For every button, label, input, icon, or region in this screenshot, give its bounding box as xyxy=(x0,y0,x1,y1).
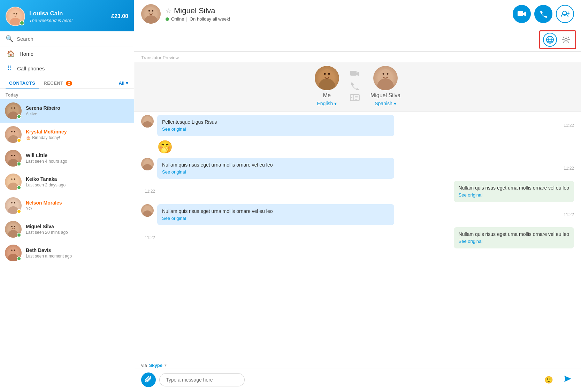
contact-info-nelson: Nelson Morales YO xyxy=(26,200,129,211)
svg-point-7 xyxy=(11,107,13,109)
search-input[interactable] xyxy=(17,36,128,42)
contact-name-serena: Serena Ribeiro xyxy=(26,105,129,111)
msg-avatar-1 xyxy=(141,115,154,128)
search-icon: 🔍 xyxy=(6,35,13,43)
svg-point-48 xyxy=(319,78,335,90)
chat-input-row: 🙂 xyxy=(134,369,581,392)
svg-rect-51 xyxy=(350,71,357,76)
msg-text-3: Nullam quis risus eget urna mollis ornar… xyxy=(162,161,389,169)
message-row-4: Nullam quis risus eget urna mollis ornar… xyxy=(141,181,574,202)
svg-point-61 xyxy=(143,164,152,170)
tabs-row: CONTACTS RECENT 2 All ▾ xyxy=(0,76,134,89)
contact-sub-miguel: Last seen 20 mins ago xyxy=(26,230,129,235)
see-original-3[interactable]: See original xyxy=(162,169,389,176)
contact-status-krystal xyxy=(17,138,21,143)
svg-point-63 xyxy=(143,210,152,217)
message-row-6: Nullam quis risus eget urna mollis ornar… xyxy=(141,227,574,248)
recent-badge: 2 xyxy=(66,81,72,86)
settings-button[interactable] xyxy=(560,33,572,46)
msg-bubble-6: Nullam quis risus eget urna mollis ornar… xyxy=(454,227,574,248)
skype-brand[interactable]: Skype xyxy=(149,363,162,368)
see-original-1[interactable]: See original xyxy=(162,126,389,133)
contact-item-krystal[interactable]: Krystal McKinney 🎂 Birthday today! xyxy=(0,123,134,146)
attach-button[interactable] xyxy=(141,372,156,387)
contact-name-will: Will Little xyxy=(26,153,129,158)
svg-point-5 xyxy=(10,105,17,112)
msg-bubble-3: Nullam quis risus eget urna mollis ornar… xyxy=(157,158,394,179)
message-input[interactable] xyxy=(159,373,245,386)
video-call-button[interactable] xyxy=(513,5,531,23)
contact-item-will[interactable]: Will Little Last seen 4 hours ago xyxy=(0,146,134,170)
msg-text-5: Nullam quis risus eget urna mollis ornar… xyxy=(162,208,389,215)
contact-language-select[interactable]: Spanish ▾ xyxy=(375,101,396,106)
contact-item-serena[interactable]: Serena Ribeiro Active xyxy=(0,99,134,123)
contact-status-beth xyxy=(17,256,21,261)
search-bar: 🔍 xyxy=(0,31,134,46)
translator-contact-avatar xyxy=(373,66,398,90)
contact-status-keiko xyxy=(17,185,21,190)
profile-area: Louisa Cain The weekend is here! xyxy=(6,7,72,26)
svg-point-23 xyxy=(11,202,13,203)
contact-avatar-nelson xyxy=(5,197,22,214)
chat-header-status: Online | On holiday all week! xyxy=(166,16,513,22)
contact-item-miguel[interactable]: Miguel Silva Last seen 20 mins ago xyxy=(0,217,134,241)
see-original-6[interactable]: See original xyxy=(459,238,569,245)
svg-point-17 xyxy=(10,176,17,183)
msg-avatar-5 xyxy=(141,204,154,217)
send-button[interactable] xyxy=(561,373,574,387)
msg-time-6: 11:22 xyxy=(141,235,155,240)
section-today-label: Today xyxy=(0,89,134,99)
chat-header: ☆ Miguel Silva Online | On holiday all w… xyxy=(134,0,581,28)
translator-icon-button[interactable] xyxy=(543,33,557,47)
contact-status-serena xyxy=(17,114,21,119)
contact-item-beth[interactable]: Beth Davis Last seen a moment ago xyxy=(0,241,134,265)
me-language-select[interactable]: English ▾ xyxy=(317,101,337,106)
svg-rect-37 xyxy=(518,11,523,16)
translator-me-name: Me xyxy=(323,92,331,99)
contact-avatar-miguel xyxy=(5,221,22,238)
all-dropdown[interactable]: All ▾ xyxy=(119,80,128,86)
svg-point-2 xyxy=(12,11,19,18)
via-chevron-icon[interactable]: ▾ xyxy=(165,363,167,368)
svg-point-49 xyxy=(324,73,326,75)
contact-name-keiko: Keiko Tanaka xyxy=(26,176,129,182)
audio-call-button[interactable] xyxy=(534,5,552,23)
see-original-5[interactable]: See original xyxy=(162,215,389,222)
contact-avatar-beth xyxy=(5,245,22,261)
message-row-emoji: 🤭 xyxy=(141,138,574,156)
via-skype-row: via Skype ▾ xyxy=(134,361,581,369)
svg-point-34 xyxy=(144,15,158,24)
nav-home[interactable]: 🏠 Home xyxy=(0,46,134,61)
translator-highlight-box xyxy=(539,30,576,49)
svg-point-16 xyxy=(14,155,15,156)
nav-call-phones[interactable]: ⠿ Call phones xyxy=(0,61,134,76)
tab-contacts[interactable]: CONTACTS xyxy=(6,78,39,89)
call-icons-divider xyxy=(339,70,370,102)
translator-contact-name: Miguel Silva xyxy=(370,92,400,99)
contact-avatar-will xyxy=(5,150,22,167)
msg-text-1: Pellentesque Ligus Risus xyxy=(162,118,389,126)
see-original-4[interactable]: See original xyxy=(459,192,569,199)
contact-item-nelson[interactable]: Nelson Morales YO xyxy=(0,194,134,217)
emoji-button[interactable]: 🙂 xyxy=(544,376,553,384)
chevron-down-icon: ▾ xyxy=(334,101,337,106)
tab-recent[interactable]: RECENT 2 xyxy=(40,78,76,89)
svg-point-31 xyxy=(11,249,13,251)
msg-bubble-5: Nullam quis risus eget urna mollis ornar… xyxy=(157,204,394,225)
contact-info-will: Will Little Last seen 4 hours ago xyxy=(26,153,129,164)
user-status-dot xyxy=(20,21,24,25)
contact-sub-will: Last seen 4 hours ago xyxy=(26,159,129,164)
translator-me-avatar xyxy=(315,66,339,90)
svg-point-20 xyxy=(14,178,15,180)
message-row-5: Nullam quis risus eget urna mollis ornar… xyxy=(141,204,574,225)
add-contact-button[interactable] xyxy=(556,5,574,23)
chat-header-name: ☆ Miguel Silva xyxy=(166,6,513,15)
svg-point-3 xyxy=(13,13,15,15)
svg-point-24 xyxy=(14,202,15,203)
star-icon[interactable]: ☆ xyxy=(166,7,171,15)
contact-name-nelson: Nelson Morales xyxy=(26,200,129,206)
contact-item-keiko[interactable]: Keiko Tanaka Last seen 2 days ago xyxy=(0,170,134,194)
msg-text-4: Nullam quis risus eget urna mollis ornar… xyxy=(459,184,569,192)
svg-point-46 xyxy=(565,39,567,41)
chat-header-avatar xyxy=(141,4,161,24)
